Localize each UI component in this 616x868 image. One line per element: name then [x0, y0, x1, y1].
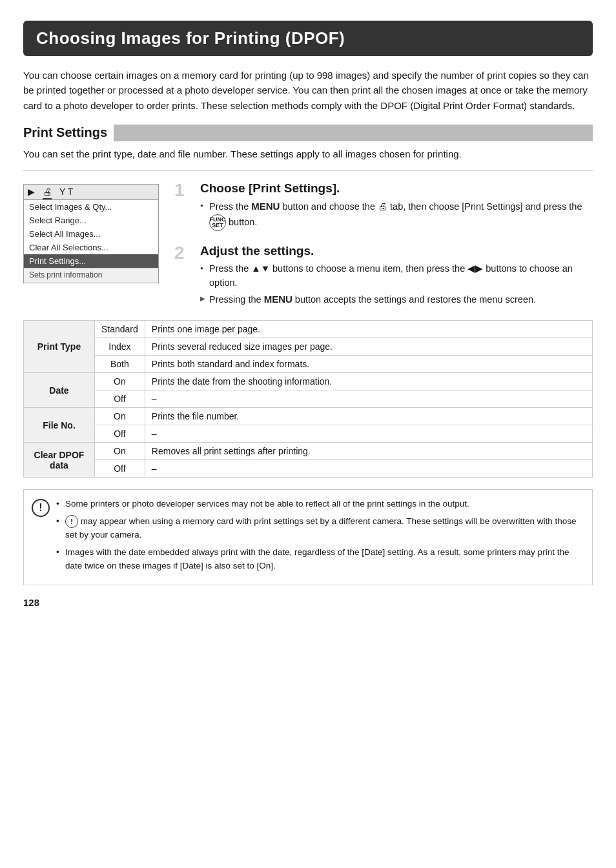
- note-2: ! may appear when using a memory card wi…: [56, 515, 582, 542]
- section-desc: You can set the print type, date and fil…: [23, 146, 593, 161]
- menu-bold-2: MENU: [264, 294, 293, 305]
- notes-icon: !: [32, 499, 50, 517]
- table-row: File No. On Prints the file number.: [24, 408, 593, 425]
- table-row: Off –: [24, 460, 593, 478]
- page-number: 128: [23, 597, 593, 608]
- func-set-btn: FUNCSET: [209, 214, 226, 231]
- notes-list: Some printers or photo developer service…: [56, 498, 582, 573]
- opt-clear-off: Off: [95, 460, 145, 478]
- step-2-number: 2: [174, 244, 192, 262]
- page-title: Choosing Images for Printing (DPOF): [23, 21, 593, 56]
- desc-index: Prints several reduced size images per p…: [145, 338, 592, 356]
- table-row: Print Type Standard Prints one image per…: [24, 321, 593, 338]
- step-1: 1 Choose [Print Settings]. Press the MEN…: [174, 181, 593, 234]
- desc-date-off: –: [145, 390, 592, 408]
- menu-item-4: Clear All Selections...: [24, 241, 158, 254]
- intro-text: You can choose certain images on a memor…: [23, 68, 593, 113]
- step-1-bullets: Press the MENU button and choose the 🖨 t…: [200, 199, 593, 231]
- table-row: Off –: [24, 390, 593, 408]
- desc-clear-on: Removes all print settings after printin…: [145, 443, 592, 460]
- divider: [23, 170, 593, 171]
- menu-item-2: Select Range...: [24, 214, 158, 227]
- tab-icon-print: 🖨: [43, 187, 52, 199]
- section-heading-bar: [114, 125, 593, 141]
- cat-cleardpof: Clear DPOF data: [24, 443, 95, 478]
- cat-fileno: File No.: [24, 408, 95, 443]
- section-heading-label: Print Settings: [23, 125, 107, 140]
- desc-fileno-on: Prints the file number.: [145, 408, 592, 425]
- desc-fileno-off: –: [145, 425, 592, 443]
- cat-date: Date: [24, 373, 95, 408]
- step-2-title: Adjust the settings.: [200, 244, 593, 258]
- menu-mockup: ▶ 🖨 Y T Select Images & Qty... Select Ra…: [23, 184, 159, 283]
- desc-both: Prints both standard and index formats.: [145, 356, 592, 373]
- step-1-number: 1: [174, 181, 192, 199]
- step-1-bullet-1: Press the MENU button and choose the 🖨 t…: [200, 199, 593, 231]
- step-2-body: Adjust the settings. Press the ▲▼ button…: [200, 244, 593, 310]
- opt-date-off: Off: [95, 390, 145, 408]
- desc-clear-off: –: [145, 460, 592, 478]
- tab-icon-yt: Y T: [59, 187, 73, 199]
- step-2-bullets: Press the ▲▼ buttons to choose a menu it…: [200, 262, 593, 307]
- opt-fileno-off: Off: [95, 425, 145, 443]
- section-heading: Print Settings: [23, 125, 593, 141]
- step-1-title: Choose [Print Settings].: [200, 181, 593, 196]
- desc-standard: Prints one image per page.: [145, 321, 592, 338]
- warning-circle-icon: !: [65, 515, 78, 528]
- opt-fileno-on: On: [95, 408, 145, 425]
- table-row: Index Prints several reduced size images…: [24, 338, 593, 356]
- step-2-bullet-1: Press the ▲▼ buttons to choose a menu it…: [200, 262, 593, 290]
- menu-caption: Sets print information: [24, 268, 158, 283]
- menu-bold-1: MENU: [251, 201, 280, 212]
- step-2-bullet-2: Pressing the MENU button accepts the set…: [200, 292, 593, 307]
- menu-tabs: ▶ 🖨 Y T: [24, 185, 158, 200]
- opt-date-on: On: [95, 373, 145, 390]
- table-row: Clear DPOF data On Removes all print set…: [24, 443, 593, 460]
- opt-index: Index: [95, 338, 145, 356]
- notes-content: Some printers or photo developer service…: [56, 498, 582, 577]
- menu-item-1: Select Images & Qty...: [24, 200, 158, 214]
- step-1-body: Choose [Print Settings]. Press the MENU …: [200, 181, 593, 234]
- opt-clear-on: On: [95, 443, 145, 460]
- opt-standard: Standard: [95, 321, 145, 338]
- cat-print-type: Print Type: [24, 321, 95, 373]
- menu-item-5: Print Settings...: [24, 254, 158, 268]
- opt-both: Both: [95, 356, 145, 373]
- tab-icon-play: ▶: [28, 187, 35, 199]
- step-2: 2 Adjust the settings. Press the ▲▼ butt…: [174, 244, 593, 310]
- note-1: Some printers or photo developer service…: [56, 498, 582, 511]
- steps-area: ▶ 🖨 Y T Select Images & Qty... Select Ra…: [23, 181, 593, 320]
- note-3: Images with the date embedded always pri…: [56, 546, 582, 573]
- menu-item-3: Select All Images...: [24, 227, 158, 241]
- settings-table: Print Type Standard Prints one image per…: [23, 320, 593, 478]
- table-row: Date On Prints the date from the shootin…: [24, 373, 593, 390]
- table-row: Off –: [24, 425, 593, 443]
- notes-box: ! Some printers or photo developer servi…: [23, 489, 593, 585]
- steps-content: 1 Choose [Print Settings]. Press the MEN…: [174, 181, 593, 320]
- desc-date-on: Prints the date from the shooting inform…: [145, 373, 592, 390]
- table-row: Both Prints both standard and index form…: [24, 356, 593, 373]
